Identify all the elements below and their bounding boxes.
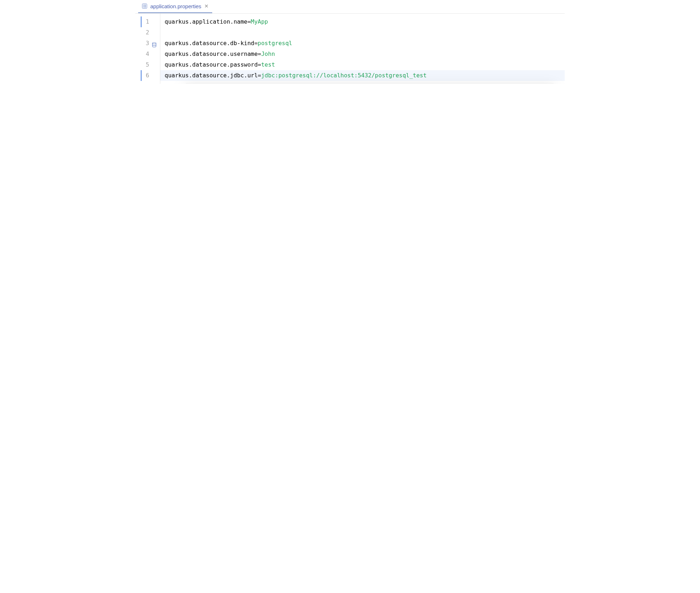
svg-point-1	[143, 5, 144, 5]
editor-code[interactable]: quarkus.application.name=MyApp quarkus.d…	[160, 14, 565, 84]
svg-rect-6	[144, 7, 146, 7]
svg-point-3	[143, 7, 144, 8]
data-sources-dialog: Data Sources and Drivers Data Sources ⌄	[184, 83, 556, 84]
editor-gutter: 1 2 3 4 5 6	[135, 14, 160, 84]
svg-rect-5	[144, 6, 146, 6]
database-gutter-icon[interactable]	[151, 40, 157, 46]
code-line: quarkus.datasource.jdbc.url=jdbc:postgre…	[160, 70, 565, 81]
editor-tabs: application.properties ✕	[135, 0, 565, 14]
file-tab[interactable]: application.properties ✕	[138, 0, 212, 13]
dialog-titlebar[interactable]: Data Sources and Drivers	[184, 83, 556, 84]
svg-rect-4	[144, 5, 146, 5]
close-icon[interactable]: ✕	[204, 4, 209, 9]
svg-point-2	[143, 6, 144, 6]
file-tab-label: application.properties	[150, 3, 201, 9]
code-line: quarkus.datasource.db-kind=postgresql	[160, 38, 565, 49]
code-line	[160, 27, 565, 38]
svg-point-7	[152, 43, 156, 44]
code-line: quarkus.datasource.username=John	[160, 49, 565, 59]
code-editor[interactable]: 1 2 3 4 5 6 quarkus.application.name=MyA…	[135, 14, 565, 84]
code-line: quarkus.application.name=MyApp	[160, 16, 565, 27]
code-line: quarkus.datasource.password=test	[160, 59, 565, 70]
properties-file-icon	[142, 3, 147, 9]
